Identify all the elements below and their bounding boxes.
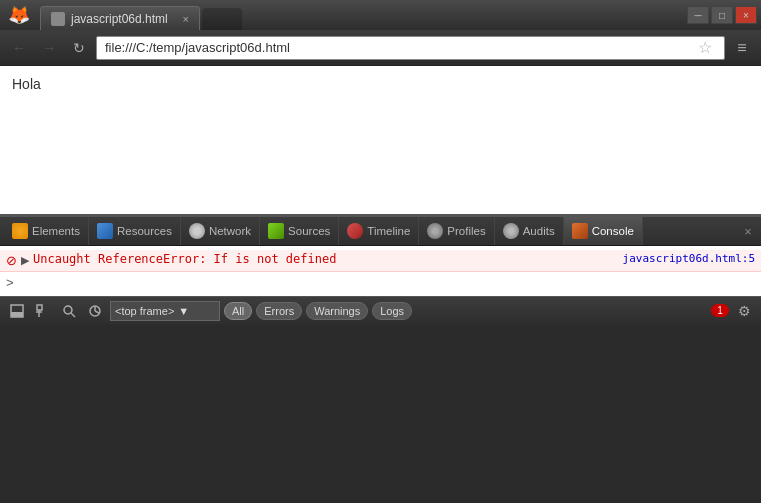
profiler-button[interactable] xyxy=(84,300,106,322)
close-tab-button[interactable]: × xyxy=(183,13,189,25)
timeline-label: Timeline xyxy=(367,225,410,237)
tab-resources[interactable]: Resources xyxy=(89,217,181,245)
filter-all-button[interactable]: All xyxy=(224,302,252,320)
svg-rect-2 xyxy=(37,305,42,310)
svg-point-5 xyxy=(64,306,72,314)
filter-logs-button[interactable]: Logs xyxy=(372,302,412,320)
resources-label: Resources xyxy=(117,225,172,237)
dock-button[interactable] xyxy=(6,300,28,322)
elements-label: Elements xyxy=(32,225,80,237)
inspect-button[interactable] xyxy=(32,300,54,322)
maximize-button[interactable]: □ xyxy=(711,6,733,24)
title-bar: 🦊 javascript06d.html × ─ □ × xyxy=(0,0,761,30)
console-error-row: ⊘ ▶ Uncaught ReferenceError: If is not d… xyxy=(0,250,761,272)
console-icon xyxy=(572,223,588,239)
close-window-button[interactable]: × xyxy=(735,6,757,24)
nav-bar: ← → ↻ file:///C:/temp/javascript06d.html… xyxy=(0,30,761,66)
devtools-close-button[interactable]: × xyxy=(739,222,757,240)
filter-warnings-button[interactable]: Warnings xyxy=(306,302,368,320)
tab-favicon xyxy=(51,12,65,26)
search-icon xyxy=(62,304,76,318)
console-area[interactable]: ⊘ ▶ Uncaught ReferenceError: If is not d… xyxy=(0,246,761,296)
tab-elements[interactable]: Elements xyxy=(4,217,89,245)
error-icon: ⊘ xyxy=(6,253,17,268)
new-tab-area xyxy=(202,8,242,30)
page-text: Hola xyxy=(12,76,41,92)
tab-profiles[interactable]: Profiles xyxy=(419,217,494,245)
menu-button[interactable]: ≡ xyxy=(729,35,755,61)
search-button[interactable] xyxy=(58,300,80,322)
profiles-icon xyxy=(427,223,443,239)
tab-title: javascript06d.html xyxy=(71,12,168,26)
browser-icon: 🦊 xyxy=(8,4,30,26)
console-prompt-row: > xyxy=(0,272,761,292)
resources-icon xyxy=(97,223,113,239)
console-label: Console xyxy=(592,225,634,237)
settings-button[interactable]: ⚙ xyxy=(733,300,755,322)
sources-label: Sources xyxy=(288,225,330,237)
network-label: Network xyxy=(209,225,251,237)
browser-tab[interactable]: javascript06d.html × xyxy=(40,6,200,30)
frame-selector[interactable]: <top frame> ▼ xyxy=(110,301,220,321)
dock-icon xyxy=(10,304,24,318)
timeline-icon xyxy=(347,223,363,239)
elements-icon xyxy=(12,223,28,239)
audits-icon xyxy=(503,223,519,239)
filter-errors-button[interactable]: Errors xyxy=(256,302,302,320)
network-icon xyxy=(189,223,205,239)
tab-sources[interactable]: Sources xyxy=(260,217,339,245)
console-error-link[interactable]: javascript06d.html:5 xyxy=(623,252,755,265)
minimize-button[interactable]: ─ xyxy=(687,6,709,24)
prompt-icon: > xyxy=(6,275,14,290)
error-count-badge: 1 xyxy=(711,304,729,317)
back-button[interactable]: ← xyxy=(6,35,32,61)
svg-line-6 xyxy=(71,313,75,317)
tab-console[interactable]: Console xyxy=(564,217,643,245)
profiles-label: Profiles xyxy=(447,225,485,237)
sources-icon xyxy=(268,223,284,239)
address-text: file:///C:/temp/javascript06d.html xyxy=(105,40,694,55)
frame-selector-arrow: ▼ xyxy=(178,305,189,317)
page-content: Hola xyxy=(0,66,761,216)
console-error-text: Uncaught ReferenceError: If is not defin… xyxy=(33,252,623,266)
tab-audits[interactable]: Audits xyxy=(495,217,564,245)
bookmark-button[interactable]: ☆ xyxy=(694,37,716,59)
devtools-panel: Elements Resources Network Sources Timel… xyxy=(0,216,761,324)
tab-timeline[interactable]: Timeline xyxy=(339,217,419,245)
tab-area: javascript06d.html × xyxy=(40,6,242,30)
frame-selector-text: <top frame> xyxy=(115,305,174,317)
reload-button[interactable]: ↻ xyxy=(66,35,92,61)
window-controls: ─ □ × xyxy=(687,6,757,24)
devtools-toolbar: Elements Resources Network Sources Timel… xyxy=(0,216,761,246)
devtools-bottom-bar: <top frame> ▼ All Errors Warnings Logs 1… xyxy=(0,296,761,324)
profiler-icon xyxy=(88,304,102,318)
forward-button[interactable]: → xyxy=(36,35,62,61)
bottom-right-area: 1 ⚙ xyxy=(711,300,755,322)
audits-label: Audits xyxy=(523,225,555,237)
address-bar[interactable]: file:///C:/temp/javascript06d.html ☆ xyxy=(96,36,725,60)
inspect-icon xyxy=(36,304,50,318)
svg-line-9 xyxy=(95,311,99,313)
svg-rect-1 xyxy=(11,312,23,317)
tab-network[interactable]: Network xyxy=(181,217,260,245)
expand-arrow-icon[interactable]: ▶ xyxy=(21,254,29,267)
